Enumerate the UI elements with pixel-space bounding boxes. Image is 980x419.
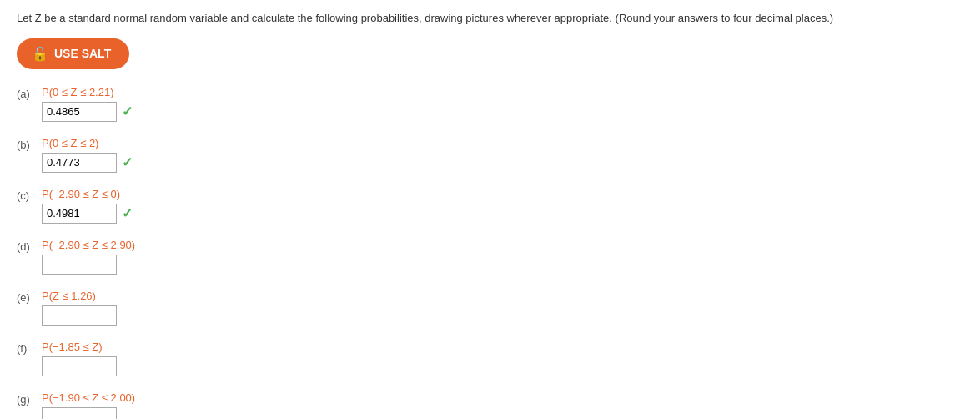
problem-label-b: (b) (17, 137, 42, 151)
input-row-d (42, 255, 135, 275)
salt-icon: 🔓 (32, 46, 48, 62)
problem-content-a: P(0 ≤ Z ≤ 2.21)✓ (42, 86, 133, 122)
problem-row-d: (d)P(−2.90 ≤ Z ≤ 2.90) (17, 239, 963, 275)
answer-input-f[interactable] (42, 356, 117, 376)
answer-input-e[interactable] (42, 305, 117, 326)
problem-expression-g: P(−1.90 ≤ Z ≤ 2.00) (42, 391, 135, 404)
problem-expression-c: P(−2.90 ≤ Z ≤ 0) (42, 188, 133, 200)
problem-row-c: (c)P(−2.90 ≤ Z ≤ 0)✓ (17, 188, 963, 224)
problem-expression-b: P(0 ≤ Z ≤ 2) (42, 137, 133, 149)
instructions-text: Let Z be a standard normal random variab… (17, 10, 963, 27)
problem-content-b: P(0 ≤ Z ≤ 2)✓ (42, 137, 133, 173)
problem-label-g: (g) (17, 391, 42, 406)
input-row-g (42, 407, 135, 420)
check-mark-a: ✓ (122, 103, 133, 119)
input-row-e (42, 305, 117, 326)
problem-row-f: (f)P(−1.85 ≤ Z) (17, 341, 963, 376)
answer-input-b[interactable] (42, 153, 117, 173)
answer-input-c[interactable] (42, 204, 117, 224)
problem-expression-d: P(−2.90 ≤ Z ≤ 2.90) (42, 239, 135, 251)
input-row-c: ✓ (42, 204, 133, 224)
problem-row-g: (g)P(−1.90 ≤ Z ≤ 2.00) (17, 391, 963, 420)
problem-content-e: P(Z ≤ 1.26) (42, 290, 117, 326)
answer-input-g[interactable] (42, 407, 117, 420)
problem-expression-e: P(Z ≤ 1.26) (42, 290, 117, 302)
problem-label-f: (f) (17, 341, 42, 355)
problem-label-d: (d) (17, 239, 42, 253)
input-row-a: ✓ (42, 102, 133, 122)
answer-input-d[interactable] (42, 255, 117, 275)
check-mark-b: ✓ (122, 154, 133, 170)
problem-row-a: (a)P(0 ≤ Z ≤ 2.21)✓ (17, 86, 963, 122)
problem-content-g: P(−1.90 ≤ Z ≤ 2.00) (42, 391, 135, 420)
check-mark-c: ✓ (122, 205, 133, 221)
problem-expression-f: P(−1.85 ≤ Z) (42, 341, 117, 353)
problem-row-e: (e)P(Z ≤ 1.26) (17, 290, 963, 326)
use-salt-button[interactable]: 🔓 USE SALT (17, 38, 129, 69)
input-row-b: ✓ (42, 153, 133, 173)
problem-content-d: P(−2.90 ≤ Z ≤ 2.90) (42, 239, 135, 275)
problem-label-a: (a) (17, 86, 42, 100)
answer-input-a[interactable] (42, 102, 117, 122)
problem-row-b: (b)P(0 ≤ Z ≤ 2)✓ (17, 137, 963, 173)
problems-container: (a)P(0 ≤ Z ≤ 2.21)✓(b)P(0 ≤ Z ≤ 2)✓(c)P(… (17, 86, 963, 420)
problem-content-c: P(−2.90 ≤ Z ≤ 0)✓ (42, 188, 133, 224)
problem-content-f: P(−1.85 ≤ Z) (42, 341, 117, 376)
use-salt-label: USE SALT (54, 47, 111, 60)
problem-label-e: (e) (17, 290, 42, 304)
problem-expression-a: P(0 ≤ Z ≤ 2.21) (42, 86, 133, 98)
input-row-f (42, 356, 117, 376)
problem-label-c: (c) (17, 188, 42, 202)
